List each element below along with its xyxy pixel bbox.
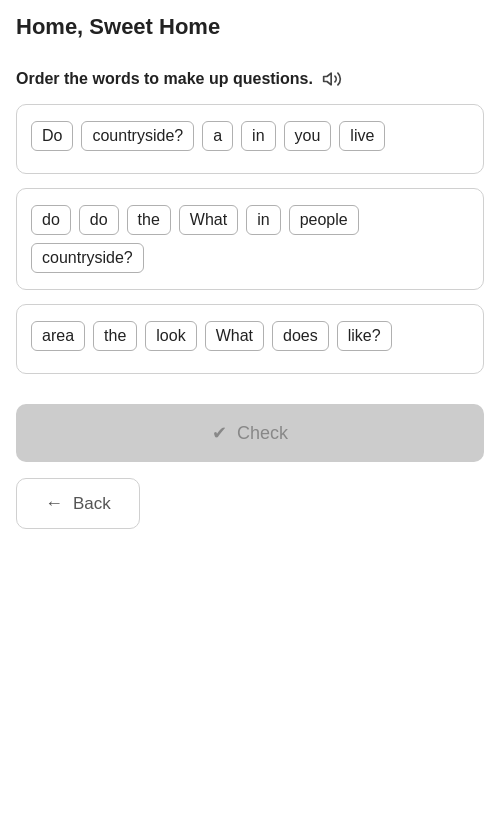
back-arrow-icon: ← xyxy=(45,493,63,514)
check-label: Check xyxy=(237,423,288,444)
word-chip[interactable]: people xyxy=(289,205,359,235)
word-chip[interactable]: a xyxy=(202,121,233,151)
word-group-3: areathelookWhatdoeslike? xyxy=(16,304,484,374)
back-label: Back xyxy=(73,494,111,514)
back-button[interactable]: ← Back xyxy=(16,478,140,529)
word-chip[interactable]: like? xyxy=(337,321,392,351)
word-chip[interactable]: countryside? xyxy=(31,243,144,273)
page-container: Home, Sweet Home Order the words to make… xyxy=(0,0,500,569)
speaker-icon[interactable] xyxy=(321,68,343,90)
word-chip[interactable]: does xyxy=(272,321,329,351)
word-chip[interactable]: area xyxy=(31,321,85,351)
word-chip[interactable]: the xyxy=(93,321,137,351)
word-chip[interactable]: the xyxy=(127,205,171,235)
word-chip[interactable]: What xyxy=(205,321,264,351)
word-chip[interactable]: do xyxy=(31,205,71,235)
page-title: Home, Sweet Home xyxy=(16,0,484,50)
check-button[interactable]: ✔ Check xyxy=(16,404,484,462)
word-chip[interactable]: What xyxy=(179,205,238,235)
word-chip[interactable]: in xyxy=(241,121,275,151)
word-chip[interactable]: countryside? xyxy=(81,121,194,151)
word-chip[interactable]: live xyxy=(339,121,385,151)
word-chip[interactable]: you xyxy=(284,121,332,151)
word-chip[interactable]: do xyxy=(79,205,119,235)
instruction-text: Order the words to make up questions. xyxy=(16,70,313,88)
svg-marker-0 xyxy=(324,73,332,85)
word-chip[interactable]: Do xyxy=(31,121,73,151)
instruction-row: Order the words to make up questions. xyxy=(16,68,484,90)
check-icon: ✔ xyxy=(212,422,227,444)
word-group-2: dodotheWhatinpeoplecountryside? xyxy=(16,188,484,290)
word-group-1: Docountryside?ainyoulive xyxy=(16,104,484,174)
word-chip[interactable]: in xyxy=(246,205,280,235)
word-chip[interactable]: look xyxy=(145,321,196,351)
